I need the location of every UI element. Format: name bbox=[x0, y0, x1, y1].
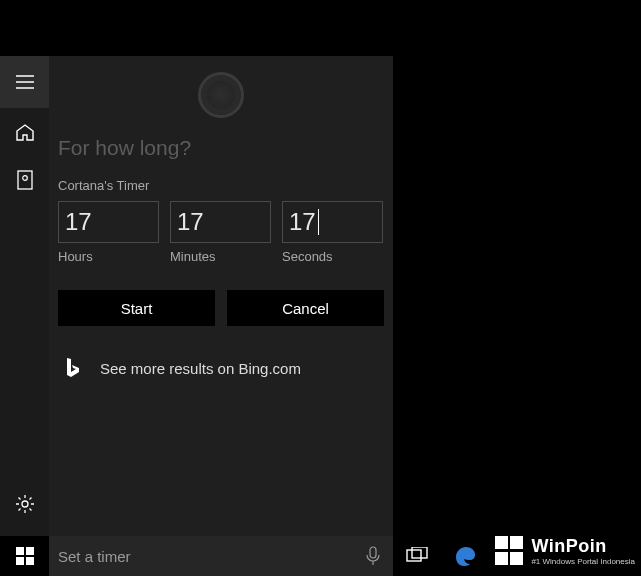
svg-rect-5 bbox=[16, 547, 24, 555]
task-view-button[interactable] bbox=[393, 536, 441, 576]
home-icon[interactable] bbox=[0, 108, 49, 156]
cancel-button[interactable]: Cancel bbox=[227, 290, 384, 326]
svg-rect-10 bbox=[412, 547, 427, 558]
bing-icon bbox=[64, 356, 82, 380]
start-menu-button[interactable] bbox=[0, 536, 49, 576]
seconds-input[interactable] bbox=[282, 201, 383, 243]
seconds-label: Seconds bbox=[282, 249, 383, 264]
bing-label: See more results on Bing.com bbox=[100, 360, 301, 377]
start-button[interactable]: Start bbox=[58, 290, 215, 326]
field-labels: Hours Minutes Seconds bbox=[58, 249, 384, 264]
timer-fields bbox=[58, 201, 384, 243]
notebook-icon[interactable] bbox=[0, 156, 49, 204]
text-caret bbox=[318, 209, 319, 235]
svg-rect-6 bbox=[26, 547, 34, 555]
menu-icon[interactable] bbox=[0, 56, 49, 108]
cortana-panel: For how long? Cortana's Timer Hours Minu… bbox=[0, 56, 393, 576]
timer-name-label: Cortana's Timer bbox=[58, 178, 384, 193]
hours-label: Hours bbox=[58, 249, 159, 264]
windows-icon bbox=[16, 547, 34, 565]
hours-input[interactable] bbox=[58, 201, 159, 243]
svg-rect-8 bbox=[26, 557, 34, 565]
cortana-ring-icon bbox=[198, 72, 244, 118]
microphone-icon[interactable] bbox=[353, 536, 393, 576]
edge-browser-icon[interactable] bbox=[441, 536, 489, 576]
action-buttons: Start Cancel bbox=[58, 290, 384, 326]
search-input[interactable] bbox=[49, 548, 353, 565]
cortana-main: For how long? Cortana's Timer Hours Minu… bbox=[49, 56, 393, 576]
prompt-text: For how long? bbox=[58, 136, 384, 160]
svg-rect-4 bbox=[370, 547, 376, 558]
watermark: WinPoin #1 Windows Portal Indonesia bbox=[495, 536, 635, 566]
svg-rect-7 bbox=[16, 557, 24, 565]
taskbar-icons bbox=[393, 536, 489, 576]
minutes-label: Minutes bbox=[170, 249, 271, 264]
cortana-sidebar bbox=[0, 56, 49, 576]
watermark-logo-icon bbox=[495, 536, 525, 566]
minutes-input[interactable] bbox=[170, 201, 271, 243]
settings-icon[interactable] bbox=[0, 480, 49, 528]
svg-rect-9 bbox=[407, 550, 421, 561]
cortana-search-bar bbox=[49, 536, 393, 576]
svg-point-1 bbox=[22, 176, 27, 181]
watermark-brand: WinPoin bbox=[531, 536, 635, 557]
watermark-tagline: #1 Windows Portal Indonesia bbox=[531, 557, 635, 566]
svg-point-2 bbox=[22, 501, 28, 507]
bing-results-link[interactable]: See more results on Bing.com bbox=[58, 356, 384, 380]
